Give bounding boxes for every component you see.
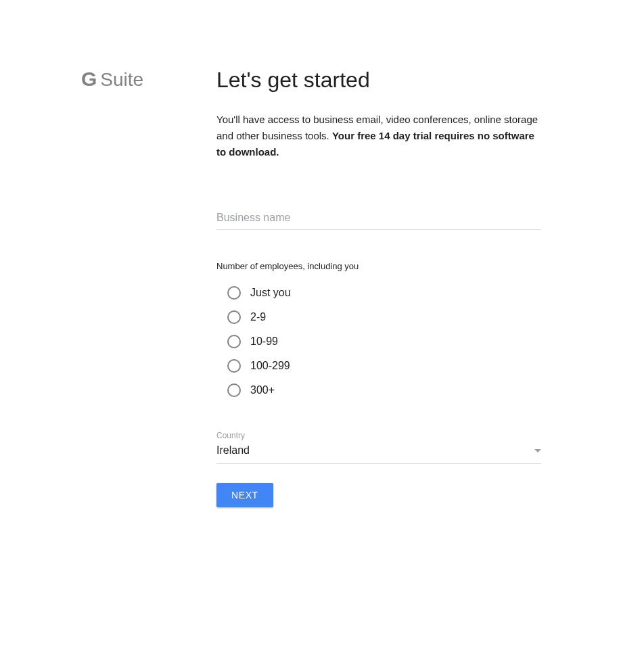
signup-container: G Suite Let's get started You'll have ac… — [0, 0, 644, 507]
country-label: Country — [216, 431, 541, 440]
radio-label: Just you — [250, 287, 291, 299]
radio-label: 2-9 — [250, 311, 266, 323]
business-name-input[interactable] — [216, 210, 541, 225]
main-column: Let's get started You'll have access to … — [216, 68, 541, 507]
radio-label: 10-99 — [250, 335, 278, 348]
radio-icon — [227, 383, 241, 397]
radio-icon — [227, 310, 241, 324]
next-button[interactable]: NEXT — [216, 483, 273, 507]
page-title: Let's get started — [216, 68, 541, 93]
country-select[interactable]: Ireland — [216, 444, 541, 464]
radio-10-99[interactable]: 10-99 — [227, 335, 541, 348]
logo-column: G Suite — [81, 68, 216, 507]
gsuite-logo: G Suite — [81, 68, 216, 91]
radio-label: 300+ — [250, 384, 275, 396]
radio-label: 100-299 — [250, 360, 290, 372]
radio-icon — [227, 286, 241, 300]
radio-icon — [227, 335, 241, 348]
radio-100-299[interactable]: 100-299 — [227, 359, 541, 373]
radio-icon — [227, 359, 241, 373]
radio-2-9[interactable]: 2-9 — [227, 310, 541, 324]
logo-g-mark: G — [81, 68, 96, 91]
country-value: Ireland — [216, 444, 250, 457]
radio-300-plus[interactable]: 300+ — [227, 383, 541, 397]
employees-radio-group: Just you 2-9 10-99 100-299 300+ — [216, 286, 541, 397]
logo-suite-text: Suite — [100, 69, 143, 91]
chevron-down-icon — [534, 449, 541, 452]
radio-just-you[interactable]: Just you — [227, 286, 541, 300]
business-name-field[interactable] — [216, 210, 541, 230]
intro-text: You'll have access to business email, vi… — [216, 112, 541, 160]
employees-label: Number of employees, including you — [216, 261, 541, 271]
